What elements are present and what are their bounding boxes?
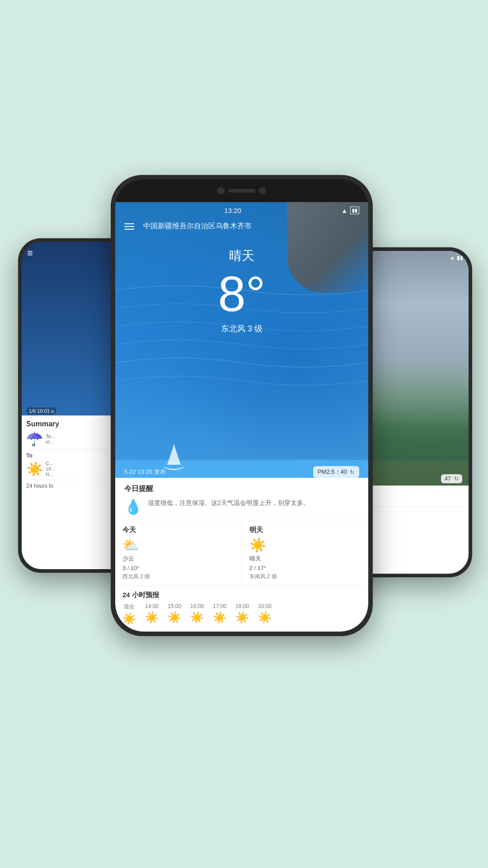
tomorrow-temp: 2 / 17°: [249, 565, 361, 571]
wifi-icon: ▲: [341, 207, 347, 214]
camera-dot-right: [259, 187, 266, 194]
hourly-icon: ☀️: [235, 611, 249, 624]
today-temp: 3 / 10°: [122, 565, 235, 571]
hourly-icon: ☀️: [190, 611, 204, 624]
hourly-icon: ☀️: [168, 611, 181, 624]
today-label: 今天: [122, 526, 235, 534]
left-sun-icon: ☀️: [26, 461, 43, 477]
hourly-icon: ☀️: [145, 611, 159, 624]
white-content-area: 今日提醒 💧 湿度很低，注意保湿。这2天气温会明显上升，别穿太多。 今天: [115, 478, 368, 632]
tomorrow-condition: 晴天: [249, 555, 361, 563]
forecast-today: 今天 ⛅ 少云 3 / 10° 西北风 2 级: [115, 520, 242, 586]
hourly-row: 现在 ☀️ 14:00 ☀️ 15:00 ☀️ 16:00 ☀️ 17:00 ☀…: [122, 603, 361, 625]
right-badge: 47 ↻: [441, 474, 462, 483]
hourly-time: 15:00: [168, 603, 181, 609]
hourly-title: 24 小时预报: [122, 591, 361, 599]
phone-inner: 13:20 ▲ ▮▮ 中国新疆维: [115, 179, 368, 632]
phones-container: ≡ Summary ☂️ To... el... To ☀️: [0, 148, 488, 772]
speaker: [228, 189, 255, 193]
reminder-text: 湿度很低，注意保湿。这2天气温会明显上升，别穿太多。: [148, 498, 310, 508]
publish-time: 5-22 13:20 发布: [124, 468, 166, 476]
bottom-info-bar: 5-22 13:20 发布 PM2.5：40 ↻: [115, 466, 368, 478]
camera-bar: [115, 179, 368, 202]
left-summary-text1: To...: [46, 434, 55, 439]
hourly-time: 16:00: [190, 603, 204, 609]
left-summary-text2: el...: [46, 439, 55, 444]
tomorrow-icon: ☀️: [249, 537, 361, 553]
pm25-badge: PM2.5：40 ↻: [313, 466, 359, 478]
hourly-icon: ☀️: [213, 611, 226, 624]
forecast-row: 今天 ⛅ 少云 3 / 10° 西北风 2 级 明天 ☀️ 晴天: [115, 520, 368, 586]
pm25-text: PM2.5：40: [318, 468, 347, 476]
left-today-detail1: C...: [46, 461, 55, 466]
hourly-section: 24 小时预报 现在 ☀️ 14:00 ☀️ 15:00 ☀️ 16:00 ☀️…: [115, 586, 368, 628]
left-umbrella-icon: ☂️: [26, 431, 43, 447]
hourly-item: 17:00 ☀️: [213, 603, 226, 625]
phone-center: 13:20 ▲ ▮▮ 中国新疆维: [111, 175, 373, 636]
hourly-item: 现在 ☀️: [122, 603, 136, 625]
hourly-time: 现在: [122, 603, 136, 611]
today-wind: 西北风 2 级: [122, 573, 235, 580]
hourly-item: 18:00 ☀️: [235, 603, 249, 625]
right-battery-icon: ▮▮: [457, 255, 463, 261]
today-icon: ⛅: [122, 537, 235, 553]
forecast-tomorrow: 明天 ☀️ 晴天 2 / 17° 东南风 2 级: [242, 520, 369, 586]
location-text: 中国新疆维吾尔自治区乌鲁木齐市: [143, 222, 252, 231]
tomorrow-wind: 东南风 2 级: [249, 573, 361, 580]
tomorrow-label: 明天: [249, 526, 361, 534]
hourly-item: 14:00 ☀️: [145, 603, 159, 625]
left-today-detail3: N...: [46, 472, 55, 477]
hourly-item: 20:00 ☀️: [258, 603, 272, 625]
reminder-title: 今日提醒: [124, 484, 359, 494]
status-time: 13:20: [224, 207, 241, 214]
weather-condition: 晴天: [124, 247, 359, 264]
refresh-icon[interactable]: ↻: [350, 469, 355, 476]
hourly-icon: ☀️: [122, 613, 136, 625]
hourly-item: 15:00 ☀️: [168, 603, 181, 625]
today-condition: 少云: [122, 555, 235, 563]
left-today-detail2: 18...: [46, 466, 55, 472]
battery-icon: ▮▮: [350, 207, 359, 214]
weather-wind: 东北风 3 级: [124, 323, 359, 334]
left-date-badge: 1/6 10:01 u: [26, 407, 56, 415]
hourly-time: 20:00: [258, 603, 272, 609]
hourly-time: 18:00: [235, 603, 249, 609]
right-wifi-icon: ▲: [450, 255, 455, 261]
weather-screen: 13:20 ▲ ▮▮ 中国新疆维: [115, 202, 368, 632]
drop-icon: 💧: [124, 498, 142, 515]
hourly-icon: ☀️: [258, 611, 272, 624]
weather-temperature: 8°: [124, 269, 359, 319]
menu-button[interactable]: [124, 223, 134, 230]
today-reminder-section: 今日提醒 💧 湿度很低，注意保湿。这2天气温会明显上升，别穿太多。: [115, 478, 368, 520]
camera-dot-left: [217, 187, 225, 194]
status-icons: ▲ ▮▮: [341, 207, 359, 214]
hourly-item: 16:00 ☀️: [190, 603, 204, 625]
hourly-time: 17:00: [213, 603, 226, 609]
hourly-time: 14:00: [145, 603, 159, 609]
screen: 13:20 ▲ ▮▮ 中国新疆维: [115, 202, 368, 632]
